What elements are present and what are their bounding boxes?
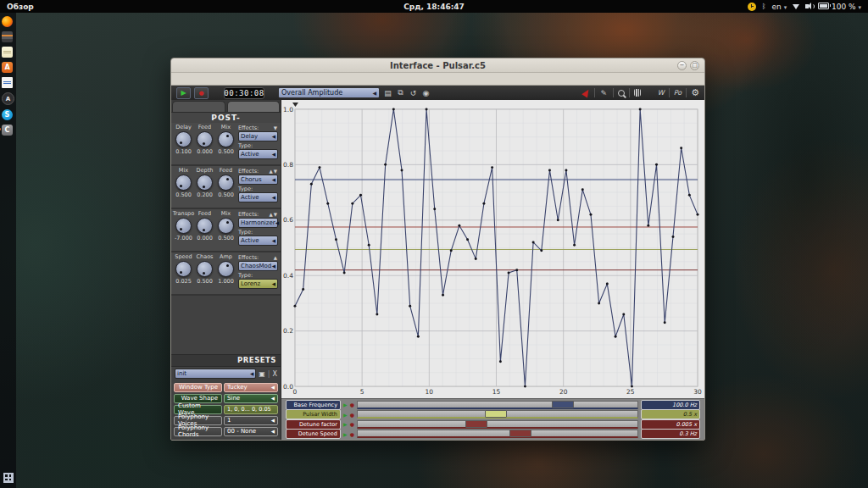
- wave-control-value-dropdown[interactable]: 00 - None ◀: [224, 427, 278, 437]
- eye-icon[interactable]: ◉: [421, 89, 431, 97]
- effect-dropdown[interactable]: Chorus ◀: [238, 175, 278, 185]
- slider-label-button[interactable]: Base Frequency: [286, 400, 341, 410]
- reorder-arrows-icon[interactable]: ▲▼: [270, 168, 278, 175]
- channel-selector-dropdown[interactable]: Overall Amplitude ◀: [278, 87, 380, 98]
- slider-value-box[interactable]: 0.5 x: [641, 409, 700, 419]
- show-applications-button[interactable]: [3, 473, 14, 483]
- preset-dropdown[interactable]: init ◀: [175, 369, 256, 379]
- wave-control-button[interactable]: Window Type: [174, 383, 222, 393]
- hand-tool-icon[interactable]: [634, 89, 641, 97]
- record-button[interactable]: ●: [194, 87, 209, 99]
- gear-icon[interactable]: ⚙: [691, 87, 699, 98]
- app-center-icon[interactable]: A: [2, 92, 14, 105]
- document-app-icon[interactable]: [2, 77, 13, 88]
- effect-dropdown[interactable]: Harmonizer ◀: [238, 218, 278, 228]
- slider-handle[interactable]: [465, 420, 487, 428]
- slider-handle[interactable]: [552, 401, 574, 408]
- wave-control-value-dropdown[interactable]: Sine ◀: [224, 394, 278, 404]
- slider-play-icon[interactable]: ▶: [343, 431, 348, 437]
- parameter-slider-row: Detune Speed ▶ ● 0.3 Hz: [286, 430, 700, 438]
- waveform-view-icon[interactable]: W: [658, 89, 665, 97]
- activities-button[interactable]: Обзор: [0, 3, 34, 11]
- wave-control-button[interactable]: Polyphony Chords: [174, 427, 222, 437]
- wave-control-row: Window Type Tuckey ◀: [174, 383, 278, 393]
- slider-record-icon[interactable]: ●: [350, 431, 354, 437]
- knob[interactable]: [197, 218, 213, 234]
- skype-icon[interactable]: S: [2, 109, 13, 120]
- save-icon[interactable]: ▤: [383, 89, 392, 97]
- reorder-arrows-icon[interactable]: ▼: [274, 125, 278, 131]
- effects-label: Effects:: [238, 211, 259, 218]
- slider-track[interactable]: [357, 410, 638, 419]
- zoom-tool-icon[interactable]: [618, 90, 625, 97]
- effect-dropdown[interactable]: Delay ◀: [238, 131, 278, 141]
- points-view-icon[interactable]: Po: [674, 89, 682, 97]
- knob[interactable]: [218, 218, 234, 234]
- reorder-arrows-icon[interactable]: ▲: [274, 254, 278, 261]
- pulsar-amplitude-chart[interactable]: 1.00.80.60.40.20.0051015202530: [281, 100, 704, 398]
- bluetooth-icon[interactable]: ᛒ: [762, 3, 766, 10]
- slider-value-box[interactable]: 0.005 x: [641, 419, 700, 430]
- knob-control: Mix 0.500: [173, 167, 194, 207]
- effect-type-dropdown[interactable]: Active ◀: [238, 192, 278, 202]
- close-button[interactable]: □: [690, 61, 699, 70]
- slider-label-button[interactable]: Detune factor: [286, 419, 341, 430]
- effect-dropdown[interactable]: ChaosMod ◀: [238, 261, 278, 271]
- network-icon[interactable]: [793, 4, 799, 9]
- volume-icon[interactable]: [805, 4, 809, 8]
- slider-track[interactable]: [357, 430, 638, 438]
- slider-handle[interactable]: [485, 410, 507, 418]
- knob[interactable]: [175, 218, 192, 234]
- knob[interactable]: [218, 175, 234, 191]
- file-cabinet-icon[interactable]: [2, 31, 13, 42]
- csound-app-icon[interactable]: C: [2, 125, 13, 136]
- play-button[interactable]: ▶: [176, 87, 191, 99]
- text-editor-icon[interactable]: [2, 47, 13, 58]
- panel-tab[interactable]: [172, 101, 225, 112]
- slider-handle[interactable]: [509, 430, 531, 437]
- effect-type-dropdown[interactable]: Active ◀: [238, 236, 278, 246]
- battery-indicator[interactable]: 100 % ▾: [815, 3, 861, 11]
- reorder-arrows-icon[interactable]: ▲▼: [270, 211, 278, 218]
- knob[interactable]: [175, 261, 192, 277]
- keyboard-layout-indicator[interactable]: en ▾: [772, 3, 787, 11]
- wave-control-value-dropdown[interactable]: 1 ◀: [224, 416, 278, 426]
- duplicate-icon[interactable]: ⧉: [396, 88, 405, 97]
- orange-a-app-icon[interactable]: A: [2, 62, 13, 73]
- preset-delete-button[interactable]: X: [273, 370, 277, 378]
- undo-icon[interactable]: ↺: [409, 89, 418, 97]
- knob[interactable]: [218, 261, 234, 277]
- knob[interactable]: [218, 131, 234, 147]
- title-bar[interactable]: Interface - Pulsar.c5 − □: [171, 58, 704, 73]
- effect-type-dropdown[interactable]: Lorenz ◀: [238, 279, 278, 289]
- slider-track[interactable]: [357, 401, 638, 409]
- pencil-tool-icon[interactable]: ✎: [599, 89, 609, 97]
- clock-label[interactable]: Срд, 18:46:47: [0, 3, 868, 11]
- slider-record-icon[interactable]: ●: [350, 412, 354, 418]
- knob[interactable]: [197, 131, 213, 147]
- panel-tab[interactable]: [227, 101, 281, 112]
- slider-record-icon[interactable]: ●: [350, 402, 354, 408]
- firefox-icon[interactable]: [2, 16, 13, 27]
- clock-app-icon[interactable]: [748, 3, 756, 11]
- knob[interactable]: [175, 131, 192, 147]
- knob[interactable]: [197, 175, 213, 191]
- knob[interactable]: [175, 175, 192, 191]
- wave-control-value-dropdown[interactable]: 1, 0, 0... 0, 0.05: [224, 405, 278, 415]
- knob-control: Feed 0.000: [194, 124, 215, 164]
- slider-label-button[interactable]: Pulsar Width: [286, 409, 341, 419]
- slider-value-box[interactable]: 0.3 Hz: [641, 429, 700, 439]
- slider-record-icon[interactable]: ●: [350, 421, 354, 427]
- preset-save-icon[interactable]: ▣: [259, 370, 265, 378]
- pointer-tool-icon[interactable]: [581, 88, 592, 98]
- effect-type-dropdown[interactable]: Active ◀: [238, 149, 278, 159]
- slider-play-icon[interactable]: ▶: [343, 412, 348, 418]
- knob[interactable]: [197, 261, 213, 277]
- slider-value-box[interactable]: 100.0 Hz: [641, 400, 700, 410]
- minimize-button[interactable]: −: [677, 61, 687, 70]
- wave-control-value-dropdown[interactable]: Tuckey ◀: [224, 383, 278, 393]
- slider-label-button[interactable]: Detune Speed: [286, 429, 341, 439]
- slider-play-icon[interactable]: ▶: [343, 421, 348, 427]
- slider-play-icon[interactable]: ▶: [343, 402, 348, 408]
- slider-track[interactable]: [357, 420, 638, 429]
